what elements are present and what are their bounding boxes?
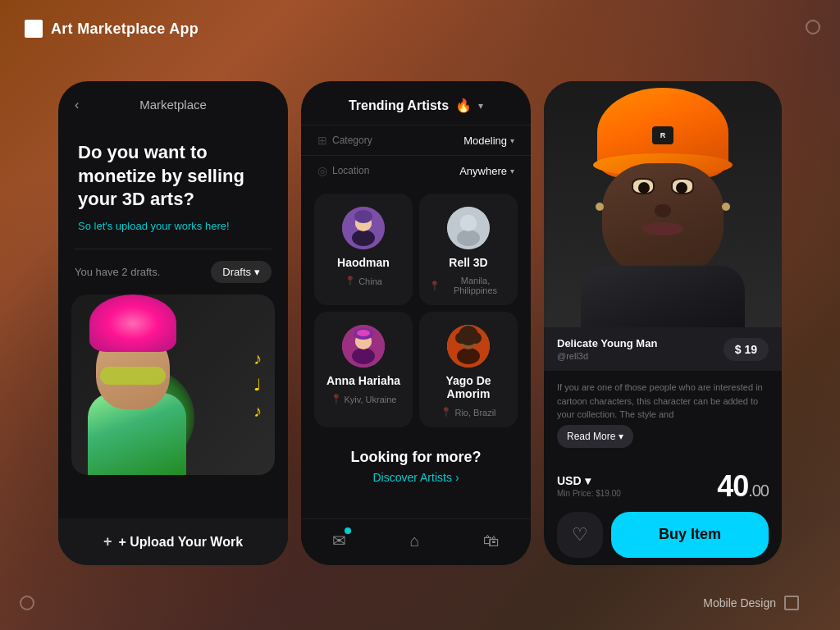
artist-location: 📍 China	[345, 276, 382, 286]
upload-label: + Upload Your Work	[118, 535, 243, 550]
more-title: Looking for more?	[317, 449, 514, 466]
artist-card-haodman[interactable]: Haodman 📍 China	[314, 194, 413, 305]
avatar-haodman	[342, 207, 385, 249]
category-label: ⊞ Category	[317, 134, 372, 147]
p1-drafts-bar: You have 2 drafts. Drafts ▾	[58, 249, 288, 294]
p1-hero: Do you want to monetize by selling your …	[58, 121, 288, 249]
svg-point-2	[352, 230, 375, 246]
location-pin-icon: 📍	[429, 281, 441, 291]
p3-name-block: Delicate Young Man @rell3d	[557, 337, 657, 361]
p1-drafts-text: You have 2 drafts.	[75, 266, 160, 278]
artist-location: 📍 Kyiv, Ukraine	[331, 394, 397, 404]
svg-point-11	[352, 348, 375, 364]
svg-point-14	[357, 330, 370, 336]
p3-actions: ♡ Buy Item	[544, 512, 782, 566]
3d-figure: R	[544, 81, 782, 327]
grid-icon: ⊞	[317, 134, 327, 147]
p3-description: If you are one of those people who are i…	[544, 371, 782, 458]
price-badge: $ 19	[724, 338, 769, 361]
home-nav-icon[interactable]: ⌂	[409, 532, 419, 550]
figure-hat-logo: R	[652, 126, 673, 144]
description-text: If you are one of those people who are i…	[557, 382, 763, 419]
discover-artists-link[interactable]: Discover Artists ›	[317, 471, 514, 484]
p1-header: ‹ Marketplace	[58, 81, 288, 121]
back-button[interactable]: ‹	[75, 98, 79, 112]
p3-hero-image: R	[544, 81, 782, 327]
location-pin-icon: 📍	[331, 394, 342, 404]
favorite-button[interactable]: ♡	[557, 512, 603, 558]
avatar-anna	[342, 325, 385, 368]
p1-artwork-preview: ♪♩♪	[71, 294, 275, 475]
discover-more-section: Looking for more? Discover Artists ›	[301, 436, 531, 491]
svg-point-7	[457, 230, 480, 246]
svg-point-21	[470, 332, 482, 344]
p1-avatar: ♪♩♪	[71, 294, 275, 475]
svg-point-17	[457, 348, 480, 364]
price-amount: 40.00	[717, 469, 769, 504]
figure-pupil-right	[676, 182, 687, 194]
upload-work-button[interactable]: + + Upload Your Work	[58, 518, 288, 565]
p3-info-bar: Delicate Young Man @rell3d $ 19	[544, 327, 782, 371]
location-label: ◎ Location	[317, 164, 369, 177]
location-value[interactable]: Anywhere ▾	[459, 165, 514, 177]
p2-screen-title: Trending Artists	[349, 98, 449, 113]
corner-decoration-bl	[20, 596, 34, 610]
chevron-icon: ▾	[510, 136, 514, 145]
avatar-yago	[447, 325, 490, 368]
category-value[interactable]: Modeling ▾	[463, 135, 514, 147]
messages-nav-icon[interactable]: ✉	[332, 531, 346, 550]
currency-block: USD ▾ Min Price: $19.00	[557, 474, 621, 498]
artist-card-anna[interactable]: Anna Hariaha 📍 Kyiv, Ukraine	[314, 312, 413, 427]
app-header: Art Marketplace App	[25, 20, 199, 38]
figure-face	[602, 163, 724, 278]
footer: Mobile Design	[703, 596, 799, 610]
category-filter[interactable]: ⊞ Category Modeling ▾	[301, 125, 531, 155]
p1-subtext: So let's upload your works here!	[78, 220, 268, 232]
chevron-down-icon: ▾	[619, 429, 623, 444]
chevron-down-icon[interactable]: ▾	[478, 100, 483, 112]
svg-point-8	[460, 215, 477, 231]
read-more-button[interactable]: Read More ▾	[557, 425, 633, 448]
p1-screen-title: Marketplace	[139, 98, 207, 112]
location-icon: ◎	[317, 164, 327, 177]
corner-decoration-tr	[806, 20, 820, 34]
location-filter[interactable]: ◎ Location Anywhere ▾	[301, 155, 531, 185]
artist-location: 📍 Manila, Philippines	[429, 276, 508, 295]
avatar-hair	[89, 294, 176, 352]
price-cents: .00	[748, 482, 769, 500]
chevron-icon: ▾	[510, 167, 514, 176]
artist-card-rell3d[interactable]: Rell 3D 📍 Manila, Philippines	[419, 194, 518, 305]
artist-name: Haodman	[337, 256, 390, 269]
artist-location: 📍 Rio, Brazil	[441, 407, 495, 418]
figure-earring-right	[722, 203, 730, 211]
bottom-navigation: ✉ ⌂ 🛍	[301, 518, 531, 565]
footer-text: Mobile Design	[703, 596, 776, 609]
buy-item-button[interactable]: Buy Item	[611, 512, 769, 558]
artist-handle: @rell3d	[557, 351, 657, 361]
buy-label: Buy Item	[659, 526, 721, 543]
location-pin-icon: 📍	[345, 276, 356, 286]
figure-pupil-left	[638, 182, 650, 194]
avatar-glasses	[100, 367, 166, 385]
notification-badge	[345, 527, 351, 534]
min-price: Min Price: $19.00	[557, 489, 621, 498]
phone-marketplace: ‹ Marketplace Do you want to monetize by…	[58, 81, 288, 565]
artist-card-yago[interactable]: Yago De Amorim 📍 Rio, Brazil	[419, 312, 518, 427]
drafts-button[interactable]: Drafts ▾	[211, 261, 272, 283]
footer-icon	[784, 596, 799, 610]
figure-earring-left	[596, 203, 604, 211]
app-title: Art Marketplace App	[51, 21, 199, 38]
phone-trending: Trending Artists 🔥 ▾ ⊞ Category Modeling…	[301, 81, 531, 565]
svg-point-4	[354, 210, 372, 223]
fire-icon: 🔥	[455, 98, 472, 113]
artist-name: Rell 3D	[449, 256, 487, 269]
chevron-down-icon: ▾	[585, 474, 591, 487]
currency-label[interactable]: USD ▾	[557, 474, 621, 487]
heart-icon: ♡	[572, 524, 588, 546]
figure-lips	[642, 222, 683, 235]
artist-name: Anna Hariaha	[326, 374, 400, 387]
shop-nav-icon[interactable]: 🛍	[483, 532, 500, 550]
app-icon	[25, 20, 43, 38]
location-pin-icon: 📍	[441, 407, 452, 418]
item-name: Delicate Young Man	[557, 337, 657, 349]
